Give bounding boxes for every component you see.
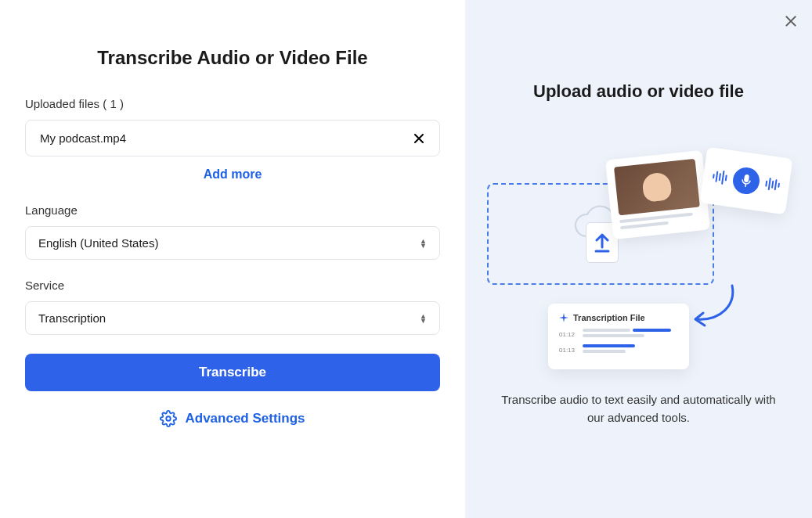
file-name: My podcast.mp4 [40,131,126,145]
service-value: Transcription [38,311,106,325]
updown-icon: ▲▼ [420,239,427,248]
svg-rect-2 [744,174,749,183]
add-more-button[interactable]: Add more [25,167,440,182]
close-icon [413,132,425,145]
microphone-icon [740,173,752,189]
service-label: Service [25,279,440,292]
svg-point-0 [167,416,171,421]
video-card-graphic [605,150,710,239]
uploaded-file-chip: My podcast.mp4 [25,120,440,156]
advanced-settings-button[interactable]: Advanced Settings [25,410,440,427]
svg-line-3 [745,184,746,187]
transcript-card-graphic: Transcription File 01:12 01:13 [548,304,689,369]
right-panel-description: Transcribe audio to text easily and auto… [498,391,780,426]
transcript-card-title: Transcription File [573,313,645,322]
audio-card-graphic [700,147,793,215]
uploaded-files-label: Uploaded files ( 1 ) [25,97,440,110]
sparkle-icon [559,313,568,322]
updown-icon: ▲▼ [420,314,427,323]
illustration: Transcription File 01:12 01:13 [484,133,793,368]
advanced-settings-label: Advanced Settings [185,411,305,426]
language-value: English (United States) [38,236,158,250]
upload-arrow-icon [594,232,611,254]
language-select[interactable]: English (United States) ▲▼ [25,226,440,260]
close-button[interactable] [784,14,798,31]
timestamp: 01:13 [559,347,576,354]
language-label: Language [25,203,440,217]
page-title: Transcribe Audio or Video File [25,47,440,69]
timestamp: 01:12 [559,331,576,338]
transcribe-button[interactable]: Transcribe [25,354,440,391]
right-panel-title: Upload audio or video file [533,81,744,102]
waveform-icon [712,169,727,185]
waveform-icon [765,178,781,192]
arrow-icon [689,282,744,336]
gear-icon [160,410,177,427]
close-icon [784,14,798,28]
remove-file-button[interactable] [413,132,425,145]
service-select[interactable]: Transcription ▲▼ [25,301,440,335]
